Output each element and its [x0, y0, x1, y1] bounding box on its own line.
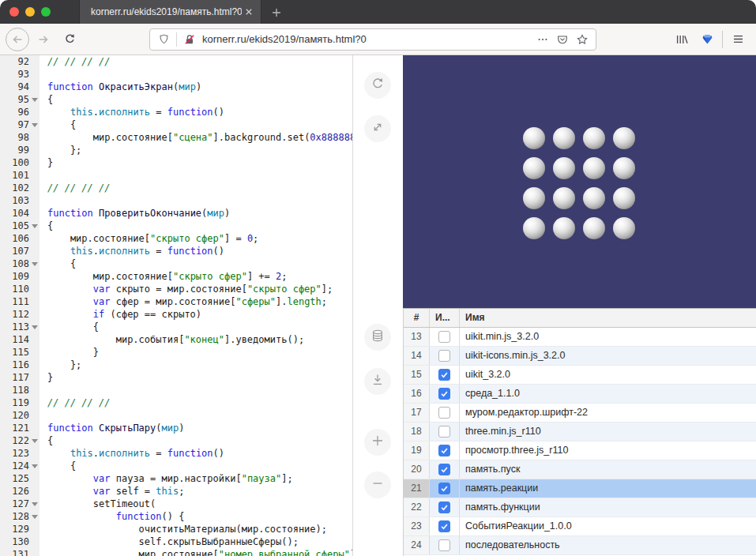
page-actions-dots-icon[interactable] [536, 32, 550, 47]
code-line[interactable]: 92// // // // [0, 55, 352, 68]
code-line[interactable]: 111 var сфер = мир.состояние["сферы"].le… [0, 295, 352, 308]
shield-icon[interactable] [156, 32, 171, 47]
row-checkbox[interactable] [438, 350, 450, 362]
fold-marker-icon[interactable] [32, 502, 38, 506]
fold-marker-icon[interactable] [32, 123, 38, 127]
code-line[interactable]: 102// // // // [0, 182, 352, 194]
table-row[interactable]: 13uikit.min.js_3.2.0 [404, 328, 756, 347]
code-line[interactable]: 124 { [0, 460, 352, 472]
code-line[interactable]: 118 [0, 384, 352, 396]
code-line[interactable]: 129 очиститьМатериалы(мир.состояние); [0, 523, 352, 535]
code-line[interactable]: 95{ [0, 93, 352, 106]
row-checkbox[interactable] [438, 520, 450, 532]
header-name[interactable]: Имя [460, 309, 756, 327]
code-line[interactable]: 98 мир.состояние["сцена"].background.set… [0, 131, 352, 144]
pocket-icon[interactable] [555, 32, 570, 47]
code-line[interactable]: 93 [0, 68, 352, 81]
code-line[interactable]: 122{ [0, 434, 352, 447]
code-line[interactable]: 131 мир.состояние["номер выбранной сферы… [0, 548, 352, 556]
code-line[interactable]: 106 мир.состояние["скрыто сфер"] = 0; [0, 232, 352, 245]
code-line[interactable]: 112 if (сфер == скрыто) [0, 308, 352, 321]
code-line[interactable]: 119// // // // [0, 396, 352, 409]
tab-close-icon[interactable] [242, 5, 256, 19]
code-line[interactable]: 100} [0, 156, 352, 169]
plus-button[interactable] [364, 429, 391, 456]
code-line[interactable]: 128 function() { [0, 510, 352, 523]
table-row[interactable]: 23СобытияРеакции_1.0.0 [404, 517, 756, 536]
code-line[interactable]: 116 }; [0, 359, 352, 371]
bookmark-star-icon[interactable] [575, 32, 589, 47]
code-line[interactable]: 108 { [0, 257, 352, 270]
fold-marker-icon[interactable] [32, 464, 38, 468]
table-row[interactable]: 20память.пуск [404, 460, 756, 479]
download-button[interactable] [364, 368, 391, 395]
expand-button[interactable] [364, 115, 391, 142]
code-line[interactable]: 104function ПроверитьОкончание(мир) [0, 207, 352, 220]
code-line[interactable]: 117} [0, 371, 352, 384]
zoom-window-button[interactable] [41, 7, 51, 17]
table-row[interactable]: 19просмотр.three.js_r110 [404, 441, 756, 460]
code-line[interactable]: 109 мир.состояние["скрыто сфер"] += 2; [0, 270, 352, 283]
url-text[interactable]: kornerr.ru/ekids2019/память.html?0 [202, 33, 530, 45]
code-line[interactable]: 103 [0, 194, 352, 207]
row-checkbox[interactable] [438, 426, 450, 438]
row-checkbox[interactable] [438, 445, 450, 456]
fold-marker-icon[interactable] [32, 515, 38, 519]
header-checkbox[interactable]: И... [430, 309, 460, 327]
code-line[interactable]: 114 мир.события["конец"].уведомить(); [0, 333, 352, 346]
new-tab-button[interactable] [269, 5, 284, 20]
forward-button[interactable] [33, 29, 54, 50]
refresh-button[interactable] [364, 72, 391, 99]
minus-button[interactable] [364, 471, 391, 498]
table-row[interactable]: 15uikit_3.2.0 [404, 366, 756, 385]
fold-marker-icon[interactable] [32, 439, 38, 443]
row-checkbox[interactable] [438, 483, 450, 494]
code-line[interactable]: 94function ОкраситьЭкран(мир) [0, 81, 352, 93]
code-line[interactable]: 125 var пауза = мир.настройки["пауза"]; [0, 472, 352, 485]
fold-marker-icon[interactable] [32, 224, 38, 228]
table-row[interactable]: 14uikit-icons.min.js_3.2.0 [404, 347, 756, 366]
header-number[interactable]: # [404, 309, 430, 327]
table-row[interactable]: 24последовательность [404, 536, 756, 555]
code-line[interactable]: 96 this.исполнить = function() [0, 106, 352, 118]
code-line[interactable]: 97 { [0, 118, 352, 131]
close-window-button[interactable] [9, 7, 19, 17]
fold-marker-icon[interactable] [32, 98, 38, 102]
code-line[interactable]: 115 } [0, 346, 352, 359]
code-line[interactable]: 101 [0, 169, 352, 182]
row-checkbox[interactable] [438, 464, 450, 475]
database-button[interactable] [364, 324, 391, 351]
browser-tab[interactable]: kornerr.ru/ekids2019/память.html?0 [79, 0, 261, 24]
code-line[interactable]: 107 this.исполнить = function() [0, 245, 352, 257]
library-button[interactable] [671, 29, 692, 50]
url-bar[interactable]: kornerr.ru/ekids2019/память.html?0 [149, 28, 596, 51]
row-checkbox[interactable] [438, 331, 450, 343]
minimize-window-button[interactable] [25, 7, 35, 17]
code-line[interactable]: 123 this.исполнить = function() [0, 447, 352, 460]
code-line[interactable]: 99 }; [0, 144, 352, 156]
gem-extension-button[interactable] [697, 29, 717, 50]
menu-button[interactable] [728, 29, 748, 50]
code-line[interactable]: 110 var скрыто = мир.состояние["скрыто с… [0, 283, 352, 295]
row-checkbox[interactable] [438, 407, 450, 419]
code-line[interactable]: 105{ [0, 220, 352, 232]
fold-marker-icon[interactable] [32, 325, 38, 329]
row-checkbox[interactable] [438, 388, 450, 400]
row-checkbox[interactable] [438, 502, 450, 513]
code-line[interactable]: 113 { [0, 321, 352, 333]
table-row[interactable]: 17муром.редактор.шрифт-22 [404, 404, 756, 423]
code-line[interactable]: 127 setTimeout( [0, 498, 352, 510]
table-row[interactable]: 21память.реакции [404, 479, 756, 498]
code-line[interactable]: 121function СкрытьПару(мир) [0, 422, 352, 434]
fold-marker-icon[interactable] [32, 262, 38, 266]
row-checkbox[interactable] [438, 539, 450, 551]
table-row[interactable]: 22память.функции [404, 498, 756, 517]
reload-button[interactable] [59, 29, 80, 50]
table-row[interactable]: 18three.min.js_r110 [404, 423, 756, 441]
code-editor[interactable]: 92// // // //9394function ОкраситьЭкран(… [0, 55, 353, 556]
scene-canvas[interactable] [403, 55, 756, 308]
row-checkbox[interactable] [438, 369, 450, 381]
back-button[interactable] [6, 28, 29, 51]
code-line[interactable]: 130 self.скрытьВыбранныеСферы(); [0, 535, 352, 548]
lock-crossed-icon[interactable] [182, 32, 197, 47]
